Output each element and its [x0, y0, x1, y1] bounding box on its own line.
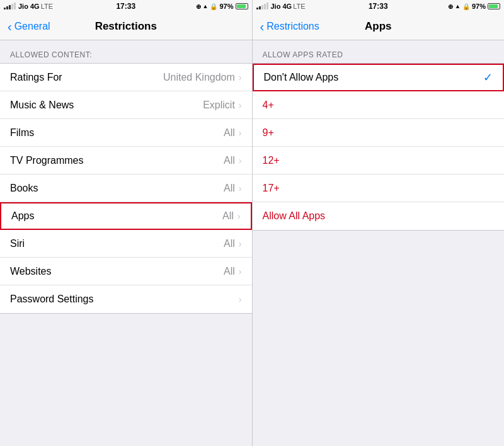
network-right: LTE	[293, 3, 305, 10]
chevron-right-icon: ›	[239, 100, 242, 110]
row-label: Apps	[11, 210, 222, 222]
rated-9plus-row[interactable]: 9+	[253, 119, 505, 147]
left-table-group: Ratings For United Kingdom › Music & New…	[0, 63, 252, 314]
table-row[interactable]: TV Programmes All ›	[0, 147, 252, 174]
row-value: All	[224, 127, 235, 139]
apps-row[interactable]: Apps All ›	[0, 202, 252, 230]
rated-9plus-label: 9+	[263, 127, 495, 139]
time-left: 17:33	[116, 2, 135, 11]
table-row[interactable]: Siri All ›	[0, 230, 252, 258]
status-bar-left: Jio 4G LTE 17:33 ⊕ ▲ 🔒 97%	[0, 0, 252, 13]
chevron-right-icon: ›	[239, 183, 242, 193]
row-value: All	[224, 155, 235, 166]
signal-bars-right	[256, 3, 268, 9]
compass-icon-left: ⊕	[196, 3, 201, 10]
left-back-label[interactable]: General	[14, 21, 50, 32]
allow-all-apps-row[interactable]: Allow All Apps	[253, 202, 505, 230]
row-label: Siri	[10, 238, 224, 249]
dont-allow-apps-label: Don't Allow Apps	[264, 72, 484, 83]
table-row[interactable]: Ratings For United Kingdom ›	[0, 64, 252, 91]
allow-all-apps-label: Allow All Apps	[263, 210, 495, 222]
table-row[interactable]: Films All ›	[0, 119, 252, 147]
arrow-icon-left: ▲	[203, 3, 209, 9]
right-panel: ALLOW APPS RATED Don't Allow Apps ✓ 4+ 9…	[253, 40, 505, 446]
left-panel: ALLOWED CONTENT: Ratings For United King…	[0, 40, 252, 446]
rated-12plus-label: 12+	[263, 155, 495, 166]
row-value: All	[224, 183, 235, 194]
left-back-button[interactable]: ‹ General	[8, 20, 50, 33]
chevron-right-icon: ›	[239, 239, 242, 249]
left-section-header: ALLOWED CONTENT:	[0, 40, 252, 63]
chevron-right-icon: ›	[239, 128, 242, 138]
chevron-right-icon: ›	[239, 72, 242, 83]
row-label: Music & News	[10, 100, 203, 111]
row-value: All	[224, 238, 235, 249]
right-back-button[interactable]: ‹ Restrictions	[260, 20, 319, 33]
right-nav-header: ‹ Restrictions Apps	[253, 13, 505, 40]
right-table-group: Don't Allow Apps ✓ 4+ 9+ 12+ 17+ Allow A…	[253, 63, 505, 231]
rated-17plus-label: 17+	[263, 183, 495, 194]
battery-pct-left: 97%	[219, 3, 233, 10]
chevron-right-icon: ›	[239, 266, 242, 277]
rated-4plus-row[interactable]: 4+	[253, 91, 505, 119]
left-nav-title: Restrictions	[95, 20, 157, 33]
chevron-right-icon: ›	[239, 156, 242, 166]
compass-icon-right: ⊕	[448, 3, 453, 10]
checkmark-icon: ✓	[483, 71, 493, 84]
dont-allow-apps-row[interactable]: Don't Allow Apps ✓	[253, 64, 505, 91]
row-value: All	[222, 210, 234, 222]
rated-17plus-row[interactable]: 17+	[253, 174, 505, 202]
arrow-icon-right: ▲	[455, 3, 461, 9]
row-label: TV Programmes	[10, 155, 224, 166]
battery-pct-right: 97%	[472, 3, 486, 10]
carrier-right: Jio 4G	[271, 3, 292, 10]
battery-icon-right	[488, 3, 500, 9]
time-right: 17:33	[369, 2, 388, 11]
row-value: United Kingdom	[163, 72, 235, 83]
table-row[interactable]: Music & News Explicit ›	[0, 91, 252, 119]
lock-icon-right: 🔒	[462, 3, 470, 10]
battery-icon-left	[236, 3, 248, 9]
rated-4plus-label: 4+	[263, 100, 495, 111]
row-label: Password Settings	[10, 294, 235, 305]
table-row[interactable]: Password Settings ›	[0, 285, 252, 313]
right-nav-title: Apps	[365, 20, 392, 33]
table-row[interactable]: Books All ›	[0, 174, 252, 202]
carrier-left: Jio 4G	[18, 3, 40, 10]
network-left: LTE	[41, 3, 53, 10]
left-nav-header: ‹ General Restrictions	[0, 13, 252, 40]
row-value: Explicit	[203, 100, 235, 111]
row-label: Films	[10, 127, 224, 139]
right-section-header: ALLOW APPS RATED	[253, 40, 505, 63]
left-back-chevron: ‹	[8, 20, 12, 33]
row-value: All	[224, 266, 235, 277]
rated-12plus-row[interactable]: 12+	[253, 147, 505, 174]
lock-icon-left: 🔒	[210, 3, 217, 10]
row-label: Ratings For	[10, 72, 163, 83]
table-row[interactable]: Websites All ›	[0, 258, 252, 285]
chevron-right-icon: ›	[239, 294, 242, 304]
right-back-label[interactable]: Restrictions	[266, 21, 319, 32]
signal-bars-left	[4, 3, 16, 9]
row-label: Websites	[10, 266, 224, 277]
chevron-right-icon: ›	[238, 211, 241, 221]
row-label: Books	[10, 183, 224, 194]
right-back-chevron: ‹	[260, 20, 265, 33]
status-bar-right: Jio 4G LTE 17:33 ⊕ ▲ 🔒 97%	[252, 0, 505, 13]
